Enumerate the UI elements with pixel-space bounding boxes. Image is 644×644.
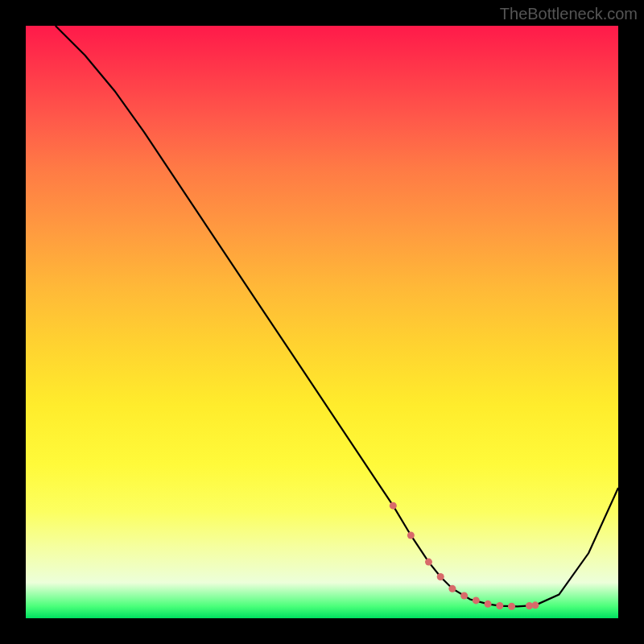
highlight-dot xyxy=(485,601,492,608)
chart-svg xyxy=(26,26,618,618)
highlight-dot xyxy=(390,502,397,510)
highlight-dot xyxy=(407,531,415,539)
highlight-dot xyxy=(460,592,468,600)
highlight-dot xyxy=(508,603,515,610)
highlight-dot xyxy=(425,559,432,566)
highlight-dot xyxy=(437,573,444,580)
highlight-dots-group xyxy=(390,502,539,610)
highlight-dot xyxy=(496,602,503,609)
highlight-dot xyxy=(531,601,539,609)
watermark-text: TheBottleneck.com xyxy=(500,5,638,23)
plot-area xyxy=(26,26,618,618)
highlight-dot xyxy=(473,597,480,604)
bottleneck-curve xyxy=(56,26,618,606)
highlight-dot xyxy=(448,585,456,592)
